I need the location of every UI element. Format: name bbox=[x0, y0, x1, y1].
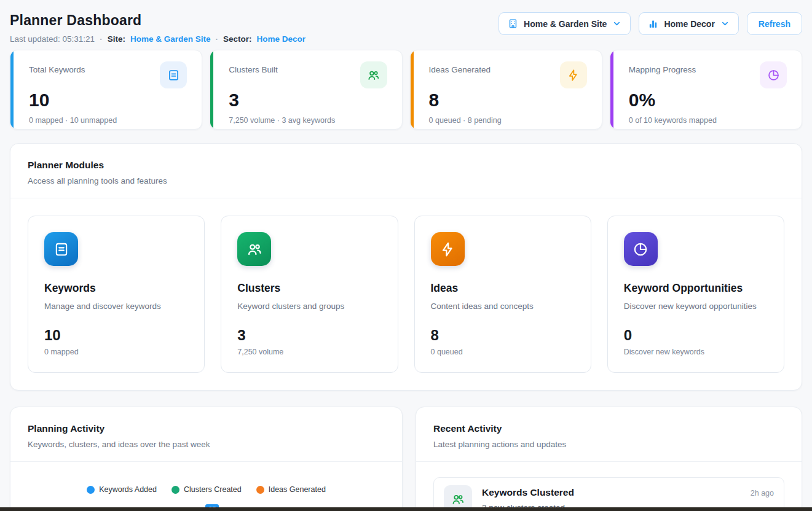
module-title: Keyword Opportunities bbox=[624, 282, 768, 295]
site-selector-dropdown[interactable]: Home & Garden Site bbox=[499, 12, 631, 35]
panel-title: Planning Activity bbox=[28, 423, 385, 434]
accent-bar bbox=[610, 50, 613, 129]
accent-bar bbox=[411, 50, 414, 129]
module-title: Clusters bbox=[237, 282, 381, 295]
stat-value: 3 bbox=[229, 90, 387, 111]
chevron-down-icon bbox=[612, 19, 621, 28]
stat-card-total-keywords: Total Keywords 10 0 mapped · 10 unmapped bbox=[10, 50, 202, 130]
stat-card-mapping-progress: Mapping Progress 0% 0 of 10 keywords map… bbox=[610, 50, 802, 130]
dashboard-page: Planner Dashboard Last updated: 05:31:21… bbox=[0, 0, 812, 511]
legend-item-keywords-added[interactable]: Keywords Added bbox=[87, 485, 157, 494]
stat-card-top: Clusters Built bbox=[229, 64, 387, 88]
legend-dot bbox=[87, 486, 95, 494]
module-card-clusters[interactable]: Clusters Keyword clusters and groups 3 7… bbox=[221, 216, 398, 373]
stat-label: Ideas Generated bbox=[429, 64, 491, 74]
module-title: Keywords bbox=[44, 282, 188, 295]
stat-card-ideas-generated: Ideas Generated 8 0 queued · 8 pending bbox=[410, 50, 602, 130]
recent-activity-header: Recent Activity Latest planning actions … bbox=[416, 407, 802, 462]
stat-cards-row: Total Keywords 10 0 mapped · 10 unmapped… bbox=[10, 50, 802, 130]
legend-item-clusters-created[interactable]: Clusters Created bbox=[171, 485, 242, 494]
stat-label: Clusters Built bbox=[229, 64, 278, 74]
stat-value: 8 bbox=[429, 90, 587, 111]
recent-activity-panel: Recent Activity Latest planning actions … bbox=[416, 407, 802, 511]
lightning-icon bbox=[560, 61, 587, 88]
sector-selector-dropdown[interactable]: Home Decor bbox=[639, 12, 738, 35]
pie-chart-icon bbox=[760, 61, 787, 88]
legend-dot bbox=[171, 486, 179, 494]
building-icon bbox=[508, 18, 518, 29]
panel-title: Planner Modules bbox=[28, 160, 784, 171]
module-value: 8 bbox=[431, 327, 575, 344]
page-header: Planner Dashboard Last updated: 05:31:21… bbox=[10, 0, 802, 44]
module-sub: 7,250 volume bbox=[237, 348, 381, 356]
module-description: Keyword clusters and groups bbox=[237, 302, 381, 311]
planner-modules-panel: Planner Modules Access all planning tool… bbox=[10, 143, 802, 391]
chevron-down-icon bbox=[720, 19, 730, 28]
stat-sub: 0 mapped · 10 unmapped bbox=[29, 116, 187, 125]
stat-card-clusters-built: Clusters Built 3 7,250 volume · 3 avg ke… bbox=[210, 50, 402, 130]
sector-link[interactable]: Home Decor bbox=[256, 34, 305, 44]
module-description: Discover new keyword opportunities bbox=[624, 302, 768, 311]
module-sub: Discover new keywords bbox=[624, 348, 768, 356]
recent-activity-list: Keywords Clustered 3 new clusters create… bbox=[416, 462, 802, 511]
activity-item-title: Keywords Clustered bbox=[482, 487, 741, 498]
bar-chart-icon bbox=[648, 18, 658, 29]
panel-title: Recent Activity bbox=[433, 423, 784, 434]
legend-label: Keywords Added bbox=[99, 485, 157, 494]
page-title: Planner Dashboard bbox=[10, 12, 305, 29]
panel-subtitle: Keywords, clusters, and ideas over the p… bbox=[28, 440, 385, 449]
module-sub: 0 mapped bbox=[44, 348, 188, 356]
planner-modules-header: Planner Modules Access all planning tool… bbox=[10, 144, 802, 198]
document-icon bbox=[44, 232, 78, 266]
users-icon bbox=[237, 232, 271, 266]
stat-value: 0% bbox=[629, 90, 787, 111]
panel-subtitle: Access all planning tools and features bbox=[28, 176, 784, 185]
page-header-left: Planner Dashboard Last updated: 05:31:21… bbox=[10, 12, 305, 44]
users-icon bbox=[360, 61, 387, 88]
module-sub: 0 queued bbox=[431, 348, 575, 356]
bottom-edge-bar bbox=[0, 507, 812, 511]
sector-selector-label: Home Decor bbox=[664, 19, 714, 29]
module-card-ideas[interactable]: Ideas Content ideas and concepts 8 0 que… bbox=[414, 216, 591, 373]
stat-label: Total Keywords bbox=[29, 64, 85, 74]
stat-card-top: Mapping Progress bbox=[629, 64, 787, 88]
legend-label: Ideas Generated bbox=[269, 485, 326, 494]
stat-card-top: Ideas Generated bbox=[429, 64, 587, 88]
accent-bar bbox=[10, 50, 14, 129]
stat-sub: 7,250 volume · 3 avg keywords bbox=[229, 116, 387, 125]
stat-value: 10 bbox=[29, 90, 187, 111]
legend-label: Clusters Created bbox=[184, 485, 242, 494]
lightning-icon bbox=[431, 232, 465, 266]
bottom-row: Planning Activity Keywords, clusters, an… bbox=[10, 407, 802, 511]
module-card-keywords[interactable]: Keywords Manage and discover keywords 10… bbox=[28, 216, 205, 373]
sector-label: Sector: bbox=[223, 34, 252, 44]
stat-sub: 0 of 10 keywords mapped bbox=[629, 116, 787, 125]
module-description: Content ideas and concepts bbox=[431, 302, 575, 311]
chart-legend: Keywords Added Clusters Created Ideas Ge… bbox=[10, 485, 402, 494]
module-description: Manage and discover keywords bbox=[44, 302, 188, 311]
site-selector-label: Home & Garden Site bbox=[524, 19, 607, 29]
document-icon bbox=[160, 61, 187, 88]
legend-item-ideas-generated[interactable]: Ideas Generated bbox=[256, 485, 326, 494]
pie-chart-icon bbox=[624, 232, 658, 266]
module-title: Ideas bbox=[431, 282, 575, 295]
activity-item-keywords-clustered: Keywords Clustered 3 new clusters create… bbox=[433, 477, 784, 511]
legend-dot bbox=[256, 486, 264, 494]
site-label: Site: bbox=[108, 34, 125, 44]
separator-dot: · bbox=[215, 34, 218, 44]
stat-label: Mapping Progress bbox=[629, 64, 696, 74]
separator-dot: · bbox=[100, 34, 103, 44]
site-link[interactable]: Home & Garden Site bbox=[130, 34, 211, 44]
header-controls: Home & Garden Site Home Decor Refresh bbox=[499, 12, 802, 35]
refresh-button[interactable]: Refresh bbox=[747, 12, 802, 35]
panel-subtitle: Latest planning actions and updates bbox=[433, 440, 784, 449]
planning-activity-header: Planning Activity Keywords, clusters, an… bbox=[10, 407, 402, 462]
modules-grid: Keywords Manage and discover keywords 10… bbox=[10, 198, 802, 390]
stat-card-top: Total Keywords bbox=[29, 64, 187, 88]
planning-activity-panel: Planning Activity Keywords, clusters, an… bbox=[10, 407, 403, 511]
module-value: 3 bbox=[237, 327, 381, 344]
stat-sub: 0 queued · 8 pending bbox=[429, 116, 587, 125]
module-card-keyword-opportunities[interactable]: Keyword Opportunities Discover new keywo… bbox=[607, 216, 784, 373]
last-updated-text: Last updated: 05:31:21 bbox=[10, 34, 95, 44]
accent-bar bbox=[210, 50, 213, 129]
